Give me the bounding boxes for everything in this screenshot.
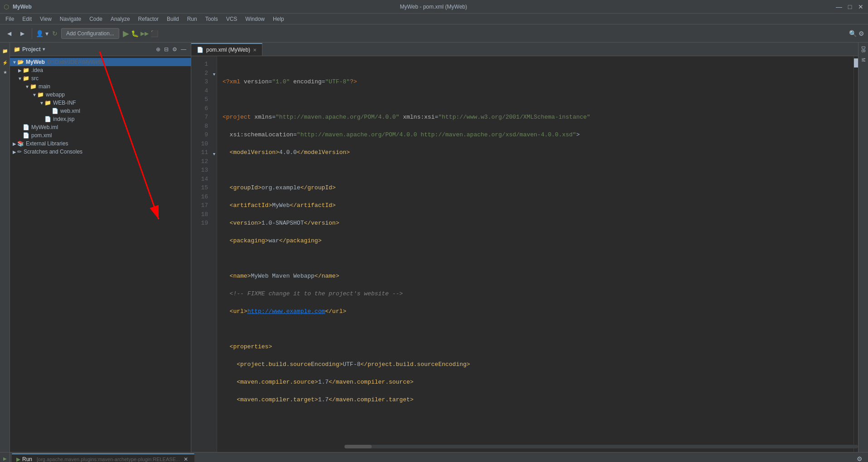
tree-root-myweb[interactable]: ▼ 📂 MyWeb D:\Code\IDEA\MyWeb bbox=[10, 58, 191, 66]
external-lib-icon: 📚 bbox=[17, 140, 24, 147]
tree-mywebiml-label: MyWeb.iml bbox=[31, 124, 58, 130]
fold-marker-15 bbox=[212, 145, 217, 152]
tree-external-libraries-label: External Libraries bbox=[26, 140, 68, 147]
code-content[interactable]: <?xml version="1.0" encoding="UTF-8"?> <… bbox=[217, 56, 853, 452]
run-settings-icon[interactable]: ⚙ bbox=[857, 455, 863, 462]
menu-window[interactable]: Window bbox=[242, 15, 268, 23]
run-tab-config-label: [org.apache.maven.plugins:maven-archetyp… bbox=[37, 457, 180, 462]
maven-icon[interactable]: M bbox=[860, 56, 867, 63]
fold-marker-17 bbox=[212, 158, 217, 164]
menu-code[interactable]: Code bbox=[86, 15, 106, 23]
sync-icon[interactable]: ↻ bbox=[52, 30, 58, 37]
run-with-coverage-button[interactable]: ▶▶ bbox=[141, 30, 149, 37]
editor-tabs: 📄 pom.xml (MyWeb) ✕ bbox=[191, 43, 858, 56]
maximize-button[interactable]: □ bbox=[846, 3, 853, 10]
project-panel-header: 📁 Project ▾ ⊕ ⊟ ⚙ — bbox=[10, 43, 191, 56]
webxml-icon: 📄 bbox=[52, 108, 58, 114]
tree-webxml-label: web.xml bbox=[60, 108, 80, 114]
tree-indexjsp[interactable]: ▶ 📄 index.jsp bbox=[10, 115, 191, 123]
left-sidebar: 📁 ⚡ ★ bbox=[0, 43, 10, 452]
right-sidebar: DB M bbox=[858, 43, 868, 452]
fold-marker-3[interactable]: ▼ bbox=[212, 72, 217, 78]
debug-button[interactable]: 🐛 bbox=[131, 30, 139, 37]
close-panel-icon[interactable]: — bbox=[180, 45, 187, 53]
structure-sidebar-icon[interactable]: ⚡ bbox=[1, 58, 8, 67]
favorites-sidebar-icon[interactable]: ★ bbox=[1, 68, 8, 77]
bottom-tabs: ▶ Run [org.apache.maven.plugins:maven-ar… bbox=[10, 452, 868, 462]
tree-mywebiml[interactable]: ▶ 📄 MyWeb.iml bbox=[10, 123, 191, 131]
src-folder-icon: 📁 bbox=[23, 75, 29, 82]
title-bar-left: ⬡ MyWeb bbox=[4, 3, 32, 10]
tree-src-label: src bbox=[31, 75, 39, 82]
minimize-button[interactable]: — bbox=[835, 3, 843, 10]
collapse-all-icon[interactable]: ⊟ bbox=[163, 45, 170, 53]
stop-button[interactable]: ⬛ bbox=[150, 30, 158, 37]
fold-marker-18 bbox=[212, 164, 217, 170]
menu-vcs[interactable]: VCS bbox=[223, 15, 241, 23]
toolbar: ◀ ▶ 👤 ▾ ↻ Add Configuration... ▶ 🐛 ▶▶ ⬛ … bbox=[0, 24, 868, 43]
menu-edit[interactable]: Edit bbox=[19, 15, 35, 23]
tree-external-libraries[interactable]: ▶ 📚 External Libraries bbox=[10, 140, 191, 148]
tree-scratches[interactable]: ▶ ✏ Scratches and Consoles bbox=[10, 148, 191, 156]
pomxml-tab-close[interactable]: ✕ bbox=[253, 48, 257, 53]
toolbar-forward-button[interactable]: ▶ bbox=[17, 29, 28, 38]
tree-webxml[interactable]: ▶ 📄 web.xml bbox=[10, 107, 191, 115]
menu-run[interactable]: Run bbox=[184, 15, 201, 23]
menu-view[interactable]: View bbox=[36, 15, 55, 23]
pomxml-icon: 📄 bbox=[23, 132, 29, 139]
project-sidebar-icon[interactable]: 📁 bbox=[1, 44, 8, 57]
search-everywhere-button[interactable]: 🔍 bbox=[849, 30, 857, 37]
fold-marker-16[interactable]: ▼ bbox=[212, 152, 217, 158]
account-icon[interactable]: 👤 ▾ bbox=[36, 30, 48, 37]
tree-main[interactable]: ▼ 📁 main bbox=[10, 82, 191, 91]
menu-analyze[interactable]: Analyze bbox=[107, 15, 134, 23]
tree-pomxml-label: pom.xml bbox=[31, 132, 52, 139]
tree-main-label: main bbox=[39, 83, 50, 90]
locate-file-icon[interactable]: ⊕ bbox=[155, 45, 161, 53]
menu-help[interactable]: Help bbox=[269, 15, 288, 23]
tree-webinf[interactable]: ▼ 📁 WEB-INF bbox=[10, 99, 191, 107]
app-icon: ⬡ bbox=[4, 3, 9, 10]
idea-folder-icon: 📁 bbox=[23, 67, 29, 73]
menu-refactor[interactable]: Refactor bbox=[135, 15, 162, 23]
run-sidebar-icon[interactable]: ▶ bbox=[1, 454, 8, 462]
tab-run[interactable]: ▶ Run [org.apache.maven.plugins:maven-ar… bbox=[12, 453, 194, 462]
add-configuration-button[interactable]: Add Configuration... bbox=[61, 28, 119, 39]
tree-idea[interactable]: ▶ 📁 .idea bbox=[10, 66, 191, 74]
tab-pomxml[interactable]: 📄 pom.xml (MyWeb) ✕ bbox=[191, 43, 262, 56]
tree-indexjsp-label: index.jsp bbox=[53, 116, 74, 122]
tree-webapp[interactable]: ▼ 📁 webapp bbox=[10, 91, 191, 99]
menu-build[interactable]: Build bbox=[163, 15, 183, 23]
toolbar-back-button[interactable]: ◀ bbox=[4, 29, 15, 38]
run-tab-close[interactable]: ✕ bbox=[182, 456, 190, 462]
close-button[interactable]: ✕ bbox=[857, 3, 864, 10]
tree-pomxml[interactable]: ▶ 📄 pom.xml bbox=[10, 131, 191, 140]
menu-file[interactable]: File bbox=[2, 15, 18, 23]
run-button[interactable]: ▶ bbox=[123, 29, 129, 38]
run-tab-label: Run bbox=[22, 456, 32, 462]
tree-src[interactable]: ▼ 📁 src bbox=[10, 74, 191, 82]
fold-marker-2[interactable] bbox=[212, 66, 217, 72]
code-editor[interactable]: 1 2 3 4 5 6 7 8 9 10 11 12 13 14 15 16 1… bbox=[191, 56, 858, 452]
folder-icon: 📁 bbox=[14, 46, 20, 53]
tree-webinf-label: WEB-INF bbox=[53, 100, 76, 106]
dropdown-arrow[interactable]: ▾ bbox=[43, 47, 45, 52]
webapp-folder-icon: 📁 bbox=[37, 91, 44, 98]
indexjsp-icon: 📄 bbox=[44, 116, 51, 122]
project-settings-icon[interactable]: ⚙ bbox=[171, 45, 178, 53]
database-icon[interactable]: DB bbox=[860, 44, 867, 54]
menu-bar: File Edit View Navigate Code Analyze Ref… bbox=[0, 14, 868, 24]
title-bar: ⬡ MyWeb MyWeb - pom.xml (MyWeb) — □ ✕ bbox=[0, 0, 868, 14]
bottom-panel: ▶ Run [org.apache.maven.plugins:maven-ar… bbox=[10, 452, 868, 462]
settings-button[interactable]: ⚙ bbox=[858, 30, 864, 37]
tree-root-label: MyWeb bbox=[26, 59, 45, 65]
bottom-layout: ▶ 🔨 ⚡ ⚙ 📋 ★ ▶ Run [org.apache.maven.plug… bbox=[0, 452, 868, 462]
menu-tools[interactable]: Tools bbox=[202, 15, 222, 23]
fold-marker-9 bbox=[212, 109, 217, 115]
main-folder-icon: 📁 bbox=[30, 83, 37, 90]
fold-marker-6 bbox=[212, 91, 217, 97]
fold-marker-1[interactable] bbox=[212, 60, 217, 66]
project-header-icons: ⊕ ⊟ ⚙ — bbox=[155, 45, 187, 53]
project-root-icon: 📂 bbox=[17, 59, 24, 65]
menu-navigate[interactable]: Navigate bbox=[56, 15, 85, 23]
